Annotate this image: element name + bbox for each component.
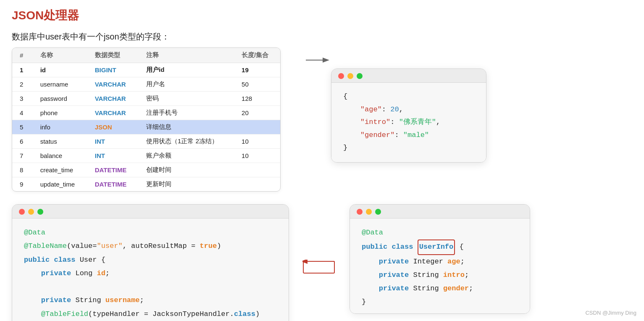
- col-header-length: 长度/集合: [234, 48, 280, 63]
- row-comment: 详细信息: [139, 120, 234, 134]
- row-num: 4: [12, 106, 33, 120]
- row-comment: 用户id: [139, 63, 234, 77]
- mac-dot-green: [357, 73, 363, 79]
- table-row: 2 username VARCHAR 用户名 50: [12, 77, 280, 92]
- db-table: # 名称 数据类型 注释 长度/集合 1 id BIGINT 用户id 19: [12, 48, 280, 191]
- row-num: 5: [12, 120, 33, 134]
- row-length: 50: [234, 77, 280, 92]
- row-name: info: [33, 120, 87, 134]
- mac-titlebar-right: [350, 205, 530, 218]
- json-area: { "age": 20, "intro": "佛系青年", "gender": …: [306, 60, 486, 163]
- db-table-wrap: # 名称 数据类型 注释 长度/集合 1 id BIGINT 用户id 19: [12, 47, 281, 192]
- row-length: 20: [234, 106, 280, 120]
- row-name: phone: [33, 106, 87, 120]
- row-type: INT: [87, 134, 139, 149]
- row-num: 2: [12, 77, 33, 92]
- col-header-comment: 注释: [139, 48, 234, 63]
- row-comment: 更新时间: [139, 177, 234, 192]
- mac-dot-yellow: [347, 73, 353, 79]
- row-name: password: [33, 92, 87, 106]
- table-row: 8 create_time DATETIME 创建时间: [12, 163, 280, 177]
- row-num: 9: [12, 177, 33, 192]
- mac-dot-green-right: [375, 209, 381, 215]
- mac-titlebar-left: [12, 205, 289, 218]
- page-title: JSON处理器: [12, 8, 632, 24]
- code-content-left: @Data @TableName(value="user", autoResul…: [12, 218, 289, 321]
- row-type: VARCHAR: [87, 92, 139, 106]
- table-row: 6 status INT 使用状态（1正常 2冻结） 10: [12, 134, 280, 149]
- row-length: 19: [234, 63, 280, 77]
- code-content-right: @Data public class UserInfo { private In…: [350, 218, 530, 313]
- row-type: VARCHAR: [87, 77, 139, 92]
- mac-dot-green-left: [37, 209, 43, 215]
- row-type: DATETIME: [87, 177, 139, 192]
- row-type: JSON: [87, 120, 139, 134]
- row-num: 8: [12, 163, 33, 177]
- col-header-num: #: [12, 48, 33, 63]
- row-comment: 使用状态（1正常 2冻结）: [139, 134, 234, 149]
- svg-rect-1: [303, 261, 334, 273]
- mac-dot-red-left: [19, 209, 25, 215]
- row-comment: 创建时间: [139, 163, 234, 177]
- row-name: id: [33, 63, 87, 77]
- bottom-section: @Data @TableName(value="user", autoResul…: [12, 204, 632, 321]
- row-name: update_time: [33, 177, 87, 192]
- row-comment: 用户名: [139, 77, 234, 92]
- row-name: balance: [33, 149, 87, 163]
- mac-titlebar: [331, 69, 486, 83]
- code-box-right: @Data public class UserInfo { private In…: [350, 204, 530, 314]
- row-type: INT: [87, 149, 139, 163]
- row-length: 10: [234, 134, 280, 149]
- row-length: 10: [234, 149, 280, 163]
- row-type: VARCHAR: [87, 106, 139, 120]
- row-comment: 账户余额: [139, 149, 234, 163]
- json-mac-window: { "age": 20, "intro": "佛系青年", "gender": …: [331, 68, 486, 163]
- col-header-type: 数据类型: [87, 48, 139, 63]
- row-type: DATETIME: [87, 163, 139, 177]
- table-row: 7 balance INT 账户余额 10: [12, 149, 280, 163]
- row-type: BIGINT: [87, 63, 139, 77]
- table-row: 3 password VARCHAR 密码 128: [12, 92, 280, 106]
- col-header-name: 名称: [33, 48, 87, 63]
- row-length: [234, 120, 280, 134]
- row-length: [234, 163, 280, 177]
- mac-dot-red: [338, 73, 344, 79]
- code-box-left: @Data @TableName(value="user", autoResul…: [12, 204, 289, 321]
- code-to-code-arrow: [302, 260, 336, 275]
- row-comment: 密码: [139, 92, 234, 106]
- subtitle: 数据库中user表中有一个json类型的字段：: [12, 31, 632, 42]
- row-name: create_time: [33, 163, 87, 177]
- mac-dot-red-right: [357, 209, 363, 215]
- table-to-json-arrow: [306, 52, 331, 68]
- row-length: 128: [234, 92, 280, 106]
- row-length: [234, 177, 280, 192]
- row-num: 7: [12, 149, 33, 163]
- userinfo-highlight: UserInfo: [418, 239, 455, 255]
- table-row: 9 update_time DATETIME 更新时间: [12, 177, 280, 192]
- row-name: username: [33, 77, 87, 92]
- watermark: CSDN @Jimmy Ding: [585, 310, 636, 316]
- mac-dot-yellow-right: [366, 209, 372, 215]
- row-num: 1: [12, 63, 33, 77]
- table-row: 4 phone VARCHAR 注册手机号 20: [12, 106, 280, 120]
- row-name: status: [33, 134, 87, 149]
- table-row-info: 5 info JSON 详细信息: [12, 120, 280, 134]
- row-comment: 注册手机号: [139, 106, 234, 120]
- json-content: { "age": 20, "intro": "佛系青年", "gender": …: [331, 83, 486, 162]
- table-row: 1 id BIGINT 用户id 19: [12, 63, 280, 77]
- row-num: 6: [12, 134, 33, 149]
- row-num: 3: [12, 92, 33, 106]
- mac-dot-yellow-left: [28, 209, 34, 215]
